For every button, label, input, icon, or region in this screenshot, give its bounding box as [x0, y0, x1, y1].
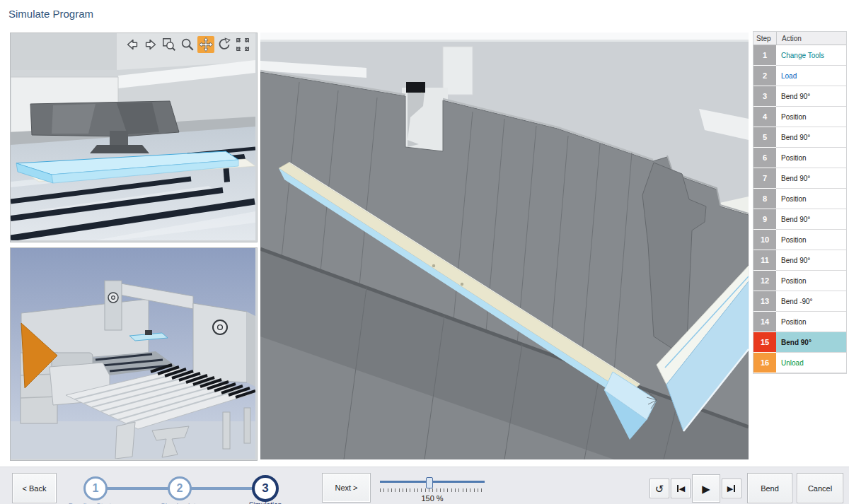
wizard-step-number: 1	[83, 476, 108, 500]
table-row[interactable]: 2Load	[753, 66, 846, 86]
reset-icon: ↺	[655, 484, 664, 494]
rotate-icon[interactable]	[216, 36, 233, 53]
step-backward-icon: ◀	[676, 484, 685, 493]
step-number: 6	[753, 148, 776, 168]
column-header-action: Action	[777, 32, 846, 45]
table-row[interactable]: 14Position	[753, 312, 846, 332]
table-row[interactable]: 6Position	[753, 148, 846, 168]
step-forward-icon: ▶	[727, 484, 736, 493]
pan-icon[interactable]	[197, 36, 214, 53]
wizard-connector	[107, 487, 168, 490]
speed-slider[interactable]	[380, 477, 485, 487]
footer-bar: < Back 1Bending Strategy2Checkpoints3Sim…	[0, 467, 849, 504]
play-icon: ▶	[702, 484, 710, 494]
step-action: Position	[776, 107, 846, 127]
step-action: Change Tools	[776, 45, 846, 66]
step-number: 1	[753, 45, 776, 66]
step-action: Position	[776, 312, 846, 332]
wizard-step-number: 3	[252, 475, 279, 502]
play-button[interactable]: ▶	[692, 474, 720, 503]
wizard-connector	[191, 487, 253, 490]
step-number: 7	[753, 168, 776, 189]
slider-thumb[interactable]	[426, 477, 433, 488]
step-number: 13	[753, 291, 776, 312]
wizard-step-bending-strategy[interactable]: 1Bending Strategy	[83, 476, 108, 500]
step-action: Position	[776, 230, 846, 250]
step-forward-button[interactable]: ▶	[722, 479, 741, 498]
table-row[interactable]: 11Bend 90°	[753, 250, 846, 271]
previous-view-icon[interactable]	[124, 36, 141, 53]
wizard-step-checkpoints[interactable]: 2Checkpoints	[168, 476, 192, 500]
table-row[interactable]: 15Bend 90°	[753, 332, 846, 353]
table-row[interactable]: 4Position	[753, 107, 846, 127]
step-number: 9	[753, 209, 776, 230]
table-row[interactable]: 10Position	[753, 230, 846, 250]
step-number: 12	[753, 271, 776, 291]
step-action: Bend 90°	[776, 250, 846, 271]
cancel-button[interactable]: Cancel	[797, 473, 843, 503]
step-action: Load	[776, 66, 846, 86]
step-action: Bend -90°	[776, 291, 846, 312]
step-number: 10	[753, 230, 776, 250]
viewport-toolbar	[122, 35, 253, 54]
table-row[interactable]: 9Bend 90°	[753, 209, 846, 230]
detail-scene	[11, 33, 255, 240]
step-action: Bend 90°	[776, 168, 846, 189]
simulation-viewport[interactable]	[260, 33, 749, 459]
step-action: Position	[776, 271, 846, 291]
table-row[interactable]: 7Bend 90°	[753, 168, 846, 189]
zoom-selection-icon[interactable]	[161, 36, 178, 53]
step-action: Unload	[776, 353, 846, 373]
speed-value: 150 %	[380, 494, 485, 503]
next-view-icon[interactable]	[142, 36, 159, 53]
step-action: Bend 90°	[776, 86, 846, 107]
page-title: Simulate Program	[8, 8, 93, 20]
step-number: 5	[753, 127, 776, 148]
table-row[interactable]: 13Bend -90°	[753, 291, 846, 312]
machine-overview-viewport[interactable]	[10, 247, 258, 461]
detail-viewport[interactable]	[10, 33, 258, 242]
step-number: 11	[753, 250, 776, 271]
table-row[interactable]: 3Bend 90°	[753, 86, 846, 107]
step-number: 4	[753, 107, 776, 127]
step-number: 15	[753, 332, 776, 353]
wizard-step-simulation[interactable]: 3Simulation	[252, 475, 279, 502]
column-header-step: Step	[753, 32, 777, 45]
table-row[interactable]: 12Position	[753, 271, 846, 291]
step-number: 8	[753, 189, 776, 209]
next-button[interactable]: Next >	[322, 473, 371, 503]
step-action: Bend 90°	[776, 209, 846, 230]
table-row[interactable]: 5Bend 90°	[753, 127, 846, 148]
zoom-icon[interactable]	[179, 36, 196, 53]
machine-scene	[11, 248, 255, 459]
simulation-scene	[260, 33, 749, 459]
step-action: Position	[776, 148, 846, 168]
step-number: 2	[753, 66, 776, 86]
table-row[interactable]: 16Unload	[753, 353, 846, 373]
step-number: 3	[753, 86, 776, 107]
table-row[interactable]: 8Position	[753, 189, 846, 209]
step-backward-button[interactable]: ◀	[671, 479, 691, 498]
table-row[interactable]: 1Change Tools	[753, 45, 846, 66]
back-button[interactable]: < Back	[12, 473, 57, 503]
step-number: 16	[753, 353, 776, 373]
steps-table-header: Step Action	[753, 32, 846, 45]
steps-table-body: 1Change Tools2Load3Bend 90°4Position5Ben…	[753, 45, 846, 373]
step-action: Bend 90°	[776, 332, 846, 353]
step-action: Bend 90°	[776, 127, 846, 148]
simulate-program-window: Simulate Program	[0, 0, 849, 504]
wizard: 1Bending Strategy2Checkpoints3Simulation	[83, 474, 279, 503]
slider-ticks	[380, 488, 485, 492]
fit-view-icon[interactable]	[234, 36, 251, 53]
wizard-step-number: 2	[168, 476, 192, 500]
bend-button[interactable]: Bend	[747, 473, 792, 503]
wizard-step-label: Simulation	[249, 501, 282, 504]
speed-control: 150 %	[380, 477, 485, 503]
reset-button[interactable]: ↺	[649, 479, 669, 498]
steps-table: Step Action 1Change Tools2Load3Bend 90°4…	[753, 31, 847, 374]
step-action: Position	[776, 189, 846, 209]
step-number: 14	[753, 312, 776, 332]
